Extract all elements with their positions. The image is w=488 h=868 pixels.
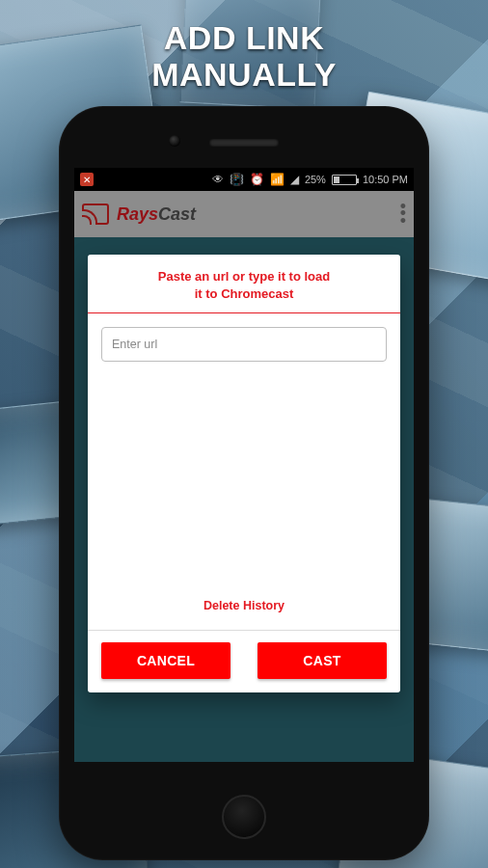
cast-button[interactable]: CAST — [258, 642, 387, 679]
phone-screen: 👁 📳 ⏰ 📶 ◢ 25% 10:50 PM RaysCast ••• Past… — [74, 168, 414, 762]
promo-title-line2: MANUALLY — [0, 56, 488, 93]
battery-icon — [332, 175, 357, 185]
dialog-actions: CANCEL CAST — [88, 631, 400, 692]
alarm-icon: ⏰ — [250, 174, 264, 185]
promo-title: ADD LINK MANUALLY — [0, 0, 488, 93]
delete-history-button[interactable]: Delete History — [101, 589, 387, 624]
vibrate-icon: 📳 — [230, 174, 244, 185]
no-sim-icon — [80, 173, 94, 186]
signal-icon: ◢ — [290, 174, 299, 185]
history-list-empty — [101, 362, 387, 589]
phone-frame: 👁 📳 ⏰ 📶 ◢ 25% 10:50 PM RaysCast ••• Past… — [59, 106, 429, 860]
url-input[interactable] — [101, 327, 387, 362]
eye-icon: 👁 — [212, 174, 224, 185]
phone-speaker — [209, 139, 279, 147]
phone-home-button[interactable] — [222, 795, 266, 839]
dialog-header: Paste an url or type it to load it to Ch… — [88, 255, 400, 312]
android-status-bar: 👁 📳 ⏰ 📶 ◢ 25% 10:50 PM — [74, 168, 414, 191]
wifi-icon: 📶 — [270, 174, 285, 185]
promo-title-line1: ADD LINK — [0, 19, 488, 56]
clock-label: 10:50 PM — [363, 174, 408, 185]
phone-camera-dot — [169, 135, 180, 147]
dialog-header-line2: it to Chromecast — [109, 285, 379, 303]
dialog-header-line1: Paste an url or type it to load — [109, 268, 379, 285]
dialog-body: Delete History — [88, 313, 400, 630]
add-link-dialog: Paste an url or type it to load it to Ch… — [88, 255, 400, 692]
battery-percent-label: 25% — [305, 174, 326, 185]
cancel-button[interactable]: CANCEL — [101, 642, 230, 679]
